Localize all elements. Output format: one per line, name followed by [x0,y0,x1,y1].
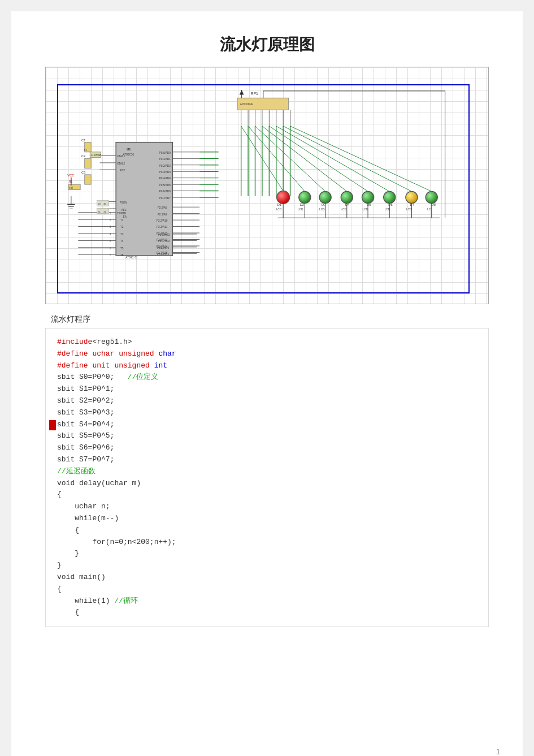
code-text: sbit S3=P0^3; [57,407,114,419]
code-line: { [57,525,477,537]
code-line: sbit S6=P0^6; [57,442,477,454]
code-text: uchar n; [57,501,110,513]
code-line: uchar n; [57,501,477,513]
code-text: { [57,607,79,619]
page: 流水灯原理图 RP1 A 8X10K/E [11,11,523,756]
code-line: sbit S0=P0^0; //位定义 [57,371,477,383]
code-line: sbit S2=P0^2; [57,395,477,407]
code-text: sbit S2=P0^2; [57,395,114,407]
code-text: { [57,584,62,595]
code-line: } [57,560,477,572]
code-text: sbit S4=P0^4; [57,419,114,431]
code-line: #include<reg51.h> [57,336,477,348]
code-line: sbit S1=P0^1; [57,383,477,395]
code-line: sbit S4=P0^4; [57,419,477,431]
code-line: #define uchar unsigned char [57,348,477,360]
code-line: void main() [57,572,477,584]
code-text: sbit S1=P0^1; [57,383,114,395]
code-text: while(1) //循环 [57,595,138,607]
code-text: sbit S7=P0^7; [57,454,114,466]
code-text: { [57,489,62,501]
code-line: #define unit unsigned int [57,360,477,372]
code-text: #define unit unsigned int [57,360,167,372]
code-text: #define uchar unsigned char [57,348,176,360]
page-number: 1 [496,748,500,756]
code-line: sbit S5=P0^5; [57,430,477,442]
code-text: //延迟函数 [57,466,95,478]
code-block: #include<reg51.h> #define uchar unsigned… [45,328,489,627]
code-label: 流水灯程序 [45,314,489,325]
code-line: { [57,489,477,501]
code-text: { [57,525,79,537]
code-text: void delay(uchar m) [57,478,141,490]
code-text: sbit S6=P0^6; [57,442,114,454]
code-text: #include<reg51.h> [57,336,132,348]
code-text: } [57,560,62,572]
code-line: } [57,548,477,560]
code-line: { [57,584,477,595]
page-title: 流水灯原理图 [45,34,489,55]
code-line: void delay(uchar m) [57,478,477,490]
code-line: //延迟函数 [57,466,477,478]
code-text: sbit S5=P0^5; [57,430,114,442]
code-line: while(m--) [57,513,477,525]
code-text: for(n=0;n<200;n++); [57,537,176,548]
code-text: while(m--) [57,513,119,525]
code-line: for(n=0;n<200;n++); [57,537,477,548]
code-line: sbit S3=P0^3; [57,407,477,419]
code-line: while(1) //循环 [57,595,477,607]
red-marker [49,420,56,430]
circuit-diagram: RP1 A 8X10K/E [45,67,489,304]
code-line: { [57,607,477,619]
circuit-border [57,84,470,293]
code-text: void main() [57,572,106,584]
code-text: sbit S0=P0^0; //位定义 [57,371,158,383]
code-text: } [57,548,79,560]
code-line: sbit S7=P0^7; [57,454,477,466]
circuit-content: RP1 A 8X10K/E [46,67,488,304]
